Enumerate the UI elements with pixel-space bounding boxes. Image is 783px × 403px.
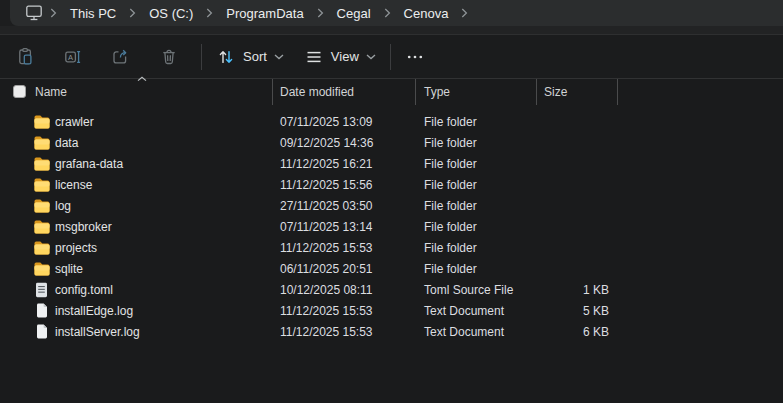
table-row[interactable]: license 11/12/2025 15:56 File folder — [0, 174, 783, 195]
table-row[interactable]: crawler 07/11/2025 13:09 File folder — [0, 111, 783, 132]
more-icon — [405, 47, 425, 67]
column-header-row: Name Date modified Type Size — [0, 79, 783, 105]
file-icon — [36, 303, 48, 318]
file-name: config.toml — [55, 283, 113, 297]
file-size: 1 KB — [537, 283, 618, 297]
breadcrumb-item-cenova[interactable]: Cenova — [393, 4, 460, 23]
monitor-icon[interactable] — [18, 3, 48, 23]
more-options-button[interactable] — [395, 40, 435, 74]
file-name: crawler — [55, 115, 94, 129]
file-name: log — [55, 199, 71, 213]
breadcrumb-item-os-c-[interactable]: OS (C:) — [138, 4, 204, 23]
folder-icon — [34, 220, 50, 234]
file-size: 5 KB — [537, 304, 618, 318]
folder-icon — [34, 115, 50, 129]
delete-icon — [159, 47, 179, 67]
rename-button[interactable]: A — [53, 40, 93, 74]
column-header-type[interactable]: Type — [416, 79, 537, 105]
address-bar[interactable]: This PCOS (C:)ProgramDataCegalCenova — [10, 0, 783, 26]
file-explorer-window: This PCOS (C:)ProgramDataCegalCenova A — [0, 0, 783, 403]
file-type: File folder — [416, 220, 537, 234]
svg-text:A: A — [68, 52, 73, 61]
breadcrumb-chevron-icon[interactable] — [459, 8, 470, 18]
sort-icon — [216, 47, 236, 67]
file-icon — [36, 324, 48, 339]
delete-button[interactable] — [149, 40, 189, 74]
text-file-icon — [35, 282, 48, 298]
file-icon — [33, 303, 50, 318]
table-row[interactable]: config.toml 10/12/2025 08:11 Toml Source… — [0, 279, 783, 300]
file-date-modified: 11/12/2025 15:53 — [273, 304, 416, 318]
file-type: Text Document — [416, 325, 537, 339]
paste-icon — [15, 47, 35, 67]
file-date-modified: 11/12/2025 15:53 — [273, 325, 416, 339]
folder-icon — [33, 157, 50, 171]
file-date-modified: 07/11/2025 13:09 — [273, 115, 416, 129]
folder-icon — [34, 157, 50, 171]
breadcrumb-item-programdata[interactable]: ProgramData — [215, 4, 314, 23]
breadcrumb-chevron-icon[interactable] — [127, 8, 138, 18]
file-type: File folder — [416, 199, 537, 213]
table-row[interactable]: projects 11/12/2025 15:53 File folder — [0, 237, 783, 258]
file-date-modified: 11/12/2025 15:56 — [273, 178, 416, 192]
file-type: File folder — [416, 136, 537, 150]
breadcrumb-item-cegal[interactable]: Cegal — [326, 4, 382, 23]
breadcrumb-chevron-icon[interactable] — [315, 8, 326, 18]
toolbar-divider — [390, 44, 391, 70]
breadcrumb-chevron-icon[interactable] — [48, 8, 59, 18]
rename-icon: A — [63, 47, 83, 67]
folder-icon — [33, 199, 50, 213]
address-bar-row: This PCOS (C:)ProgramDataCegalCenova — [0, 0, 783, 26]
table-row[interactable]: installServer.log 11/12/2025 15:53 Text … — [0, 321, 783, 342]
file-type: Toml Source File — [416, 283, 537, 297]
column-header-date-modified[interactable]: Date modified — [273, 79, 416, 105]
toolbar-divider — [201, 44, 202, 70]
file-name: data — [55, 136, 78, 150]
file-type: File folder — [416, 262, 537, 276]
breadcrumb: This PCOS (C:)ProgramDataCegalCenova — [10, 0, 470, 26]
folder-icon — [34, 262, 50, 276]
file-name: license — [55, 178, 92, 192]
table-row[interactable]: data 09/12/2025 14:36 File folder — [0, 132, 783, 153]
file-name: installServer.log — [55, 325, 140, 339]
file-date-modified: 27/11/2025 03:50 — [273, 199, 416, 213]
file-type: File folder — [416, 157, 537, 171]
file-date-modified: 09/12/2025 14:36 — [273, 136, 416, 150]
view-button-label: View — [331, 49, 359, 64]
folder-icon — [33, 136, 50, 150]
folder-icon — [33, 220, 50, 234]
folder-icon — [34, 241, 50, 255]
file-date-modified: 11/12/2025 16:21 — [273, 157, 416, 171]
table-row[interactable]: msgbroker 07/11/2025 13:14 File folder — [0, 216, 783, 237]
folder-icon — [34, 199, 50, 213]
file-date-modified: 07/11/2025 13:14 — [273, 220, 416, 234]
column-header-size[interactable]: Size — [537, 79, 618, 105]
breadcrumb-chevron-icon[interactable] — [382, 8, 393, 18]
table-row[interactable]: grafana-data 11/12/2025 16:21 File folde… — [0, 153, 783, 174]
column-header-name[interactable]: Name — [0, 79, 273, 105]
window-gap-strip — [0, 26, 783, 34]
folder-icon — [34, 178, 50, 192]
paste-button[interactable] — [5, 40, 45, 74]
file-size: 6 KB — [537, 325, 618, 339]
chevron-down-icon — [274, 54, 284, 60]
share-icon — [111, 47, 131, 67]
file-name: projects — [55, 241, 97, 255]
table-row[interactable]: log 27/11/2025 03:50 File folder — [0, 195, 783, 216]
view-button[interactable]: View — [294, 40, 386, 74]
breadcrumb-item-this-pc[interactable]: This PC — [59, 4, 127, 23]
command-toolbar: A — [0, 34, 783, 79]
folder-icon — [33, 115, 50, 129]
view-icon — [304, 47, 324, 67]
sort-button[interactable]: Sort — [206, 40, 294, 74]
chevron-down-icon — [366, 54, 376, 60]
table-row[interactable]: sqlite 06/11/2025 20:51 File folder — [0, 258, 783, 279]
file-list: Name Date modified Type Size crawler 07/… — [0, 79, 783, 342]
sort-button-label: Sort — [243, 49, 267, 64]
file-date-modified: 10/12/2025 08:11 — [273, 283, 416, 297]
breadcrumb-chevron-icon[interactable] — [204, 8, 215, 18]
share-button[interactable] — [101, 40, 141, 74]
file-date-modified: 11/12/2025 15:53 — [273, 241, 416, 255]
text-file-icon — [33, 282, 50, 298]
table-row[interactable]: installEdge.log 11/12/2025 15:53 Text Do… — [0, 300, 783, 321]
